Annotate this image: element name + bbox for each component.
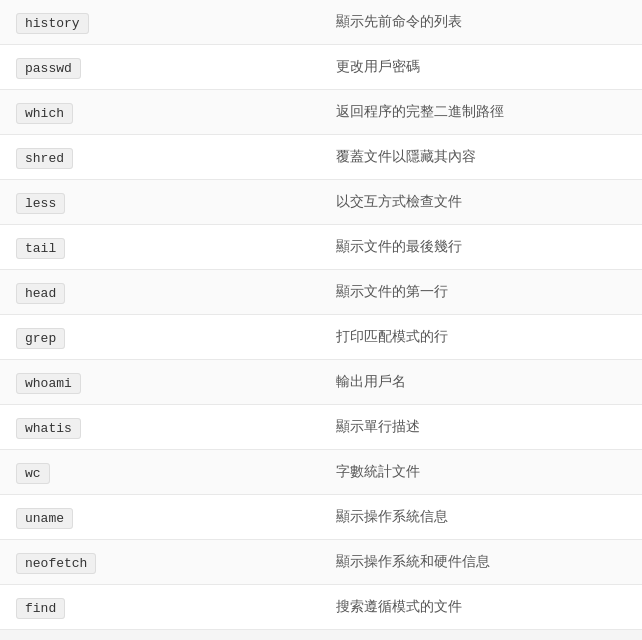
table-row: head顯示文件的第一行 — [0, 270, 642, 315]
command-label: tail — [16, 238, 65, 259]
description-cell: 顯示操作系統和硬件信息 — [320, 543, 642, 581]
command-cell: grep — [0, 319, 320, 356]
command-label: shred — [16, 148, 73, 169]
description-cell: 輸出用戶名 — [320, 363, 642, 401]
table-row: grep打印匹配模式的行 — [0, 315, 642, 360]
table-row: which返回程序的完整二進制路徑 — [0, 90, 642, 135]
command-table: history顯示先前命令的列表passwd更改用戶密碼which返回程序的完整… — [0, 0, 642, 630]
table-row: neofetch顯示操作系統和硬件信息 — [0, 540, 642, 585]
command-label: wc — [16, 463, 50, 484]
command-cell: whatis — [0, 409, 320, 446]
command-cell: which — [0, 94, 320, 131]
command-label: neofetch — [16, 553, 96, 574]
command-label: grep — [16, 328, 65, 349]
command-cell: history — [0, 4, 320, 41]
command-cell: passwd — [0, 49, 320, 86]
table-row: less以交互方式檢查文件 — [0, 180, 642, 225]
command-cell: find — [0, 589, 320, 626]
table-row: wc字數統計文件 — [0, 450, 642, 495]
description-cell: 字數統計文件 — [320, 453, 642, 491]
description-cell: 打印匹配模式的行 — [320, 318, 642, 356]
description-cell: 顯示文件的最後幾行 — [320, 228, 642, 266]
command-cell: shred — [0, 139, 320, 176]
description-cell: 顯示操作系統信息 — [320, 498, 642, 536]
command-cell: tail — [0, 229, 320, 266]
command-cell: head — [0, 274, 320, 311]
command-cell: whoami — [0, 364, 320, 401]
table-row: shred覆蓋文件以隱藏其內容 — [0, 135, 642, 180]
description-cell: 更改用戶密碼 — [320, 48, 642, 86]
description-cell: 顯示先前命令的列表 — [320, 3, 642, 41]
command-label: less — [16, 193, 65, 214]
command-label: find — [16, 598, 65, 619]
table-row: tail顯示文件的最後幾行 — [0, 225, 642, 270]
command-cell: wc — [0, 454, 320, 491]
description-cell: 搜索遵循模式的文件 — [320, 588, 642, 626]
description-cell: 顯示單行描述 — [320, 408, 642, 446]
table-row: find搜索遵循模式的文件 — [0, 585, 642, 630]
table-row: passwd更改用戶密碼 — [0, 45, 642, 90]
command-label: whoami — [16, 373, 81, 394]
table-row: history顯示先前命令的列表 — [0, 0, 642, 45]
table-row: uname顯示操作系統信息 — [0, 495, 642, 540]
command-label: which — [16, 103, 73, 124]
description-cell: 覆蓋文件以隱藏其內容 — [320, 138, 642, 176]
command-label: passwd — [16, 58, 81, 79]
command-label: history — [16, 13, 89, 34]
description-cell: 以交互方式檢查文件 — [320, 183, 642, 221]
table-row: whoami輸出用戶名 — [0, 360, 642, 405]
command-cell: uname — [0, 499, 320, 536]
command-label: whatis — [16, 418, 81, 439]
description-cell: 顯示文件的第一行 — [320, 273, 642, 311]
command-label: uname — [16, 508, 73, 529]
command-cell: neofetch — [0, 544, 320, 581]
description-cell: 返回程序的完整二進制路徑 — [320, 93, 642, 131]
table-row: whatis顯示單行描述 — [0, 405, 642, 450]
command-cell: less — [0, 184, 320, 221]
command-label: head — [16, 283, 65, 304]
